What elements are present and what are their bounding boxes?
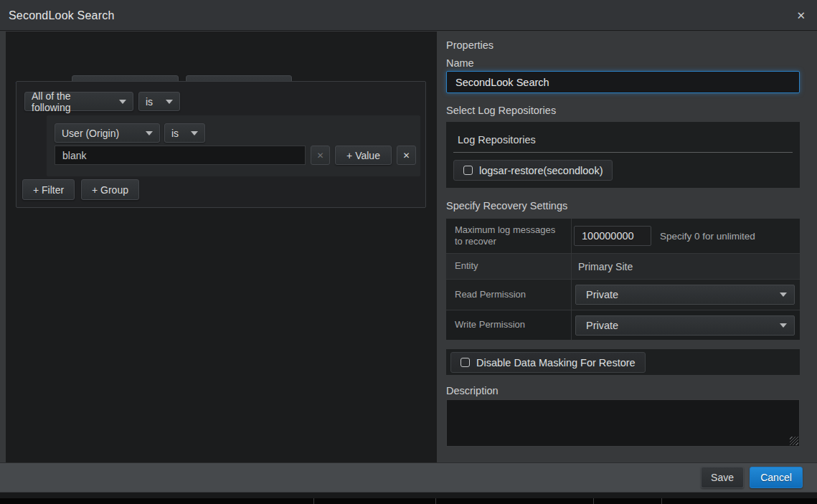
write-permission-cell: Private (572, 310, 800, 340)
table-row-write-permission: Write Permission Private (446, 310, 800, 340)
max-messages-value-cell: Specify 0 for unlimited (572, 219, 800, 253)
field-dropdown[interactable]: User (Origin) (55, 123, 160, 143)
divider (313, 498, 314, 504)
chevron-down-icon (146, 131, 153, 135)
recovery-settings-label: Specify Recovery Settings (446, 200, 567, 211)
write-permission-dropdown[interactable]: Private (575, 315, 795, 336)
log-repositories-panel: Log Repositories logsar-restore(secondlo… (446, 122, 800, 188)
properties-section-label: Properties (446, 39, 493, 51)
entity-value-cell: Primary Site (572, 254, 800, 279)
chevron-down-icon (191, 131, 198, 135)
table-row-max-messages: Maximum log messages to recover Specify … (446, 219, 800, 253)
filter-value-input[interactable] (55, 146, 306, 165)
filter-group-box: All of the following is User (Origin) is (16, 81, 426, 208)
write-permission-value: Private (586, 320, 618, 331)
filter-row-box: User (Origin) is ✕ + Value ✕ (47, 115, 420, 176)
group-operator-value: All of the following (32, 90, 112, 113)
add-group-button[interactable]: + Group (81, 179, 139, 200)
checkbox-icon (461, 358, 470, 367)
remove-value-button[interactable]: ✕ (311, 146, 330, 165)
disable-data-masking-label: Disable Data Masking For Restore (476, 357, 636, 369)
max-messages-hint: Specify 0 for unlimited (660, 219, 755, 253)
read-permission-dropdown[interactable]: Private (575, 285, 795, 305)
divider (453, 152, 793, 153)
checkbox-icon (463, 166, 473, 175)
divider (435, 498, 436, 504)
remove-filter-button[interactable]: ✕ (397, 146, 416, 165)
remove-icon: ✕ (402, 151, 410, 161)
screen: SecondLook Search ✕ Timeframe In the las… (0, 0, 817, 504)
cancel-button[interactable]: Cancel (750, 467, 803, 488)
description-textarea[interactable] (446, 399, 800, 447)
recovery-settings-table: Maximum log messages to recover Specify … (446, 219, 800, 340)
field-condition-value: is (171, 128, 179, 139)
query-builder-panel: Timeframe In the last 24 hours Log Sourc… (6, 32, 437, 462)
dialog-footer: Save Cancel (0, 462, 817, 492)
data-masking-panel: Disable Data Masking For Restore (446, 349, 800, 375)
read-permission-value: Private (586, 289, 618, 300)
disable-data-masking-checkbox[interactable]: Disable Data Masking For Restore (450, 352, 646, 373)
group-condition-value: is (146, 96, 153, 108)
write-permission-label: Write Permission (446, 310, 572, 340)
properties-panel: Properties Name Select Log Repositories … (446, 32, 800, 462)
field-condition-dropdown[interactable]: is (164, 123, 205, 143)
table-row-read-permission: Read Permission Private (446, 279, 800, 310)
repo-item-label: logsar-restore(secondlook) (479, 165, 603, 176)
add-filter-button[interactable]: + Filter (22, 179, 75, 200)
close-icon[interactable]: ✕ (793, 0, 808, 31)
table-row-entity: Entity Primary Site (446, 253, 800, 279)
name-label: Name (446, 57, 474, 69)
read-permission-cell: Private (572, 280, 800, 310)
group-condition-dropdown[interactable]: is (138, 92, 180, 111)
save-button[interactable]: Save (701, 467, 744, 488)
dialog-title: SecondLook Search (9, 0, 115, 31)
chevron-down-icon (780, 323, 787, 328)
max-messages-label: Maximum log messages to recover (446, 219, 572, 253)
repo-checkbox-item[interactable]: logsar-restore(secondlook) (453, 160, 613, 181)
chevron-down-icon (166, 100, 173, 104)
add-value-button[interactable]: + Value (335, 146, 392, 165)
description-label: Description (446, 385, 499, 396)
max-messages-input[interactable] (574, 226, 651, 246)
dialog-titlebar: SecondLook Search ✕ (0, 0, 817, 31)
read-permission-label: Read Permission (446, 280, 572, 310)
entity-label: Entity (446, 254, 572, 279)
chevron-down-icon (119, 100, 126, 104)
secondlook-search-dialog: SecondLook Search ✕ Timeframe In the las… (0, 0, 817, 493)
entity-value: Primary Site (575, 261, 633, 272)
field-value: User (Origin) (62, 128, 119, 139)
divider (593, 498, 594, 504)
divider (661, 498, 662, 504)
log-repositories-header: Log Repositories (458, 134, 536, 146)
name-input[interactable] (446, 71, 800, 93)
chevron-down-icon (780, 293, 787, 297)
select-log-repositories-label: Select Log Repositories (446, 105, 556, 116)
background-page-table-edge (0, 498, 817, 504)
group-operator-dropdown[interactable]: All of the following (24, 92, 133, 111)
remove-icon: ✕ (316, 151, 324, 161)
background-page-strip (0, 493, 817, 498)
